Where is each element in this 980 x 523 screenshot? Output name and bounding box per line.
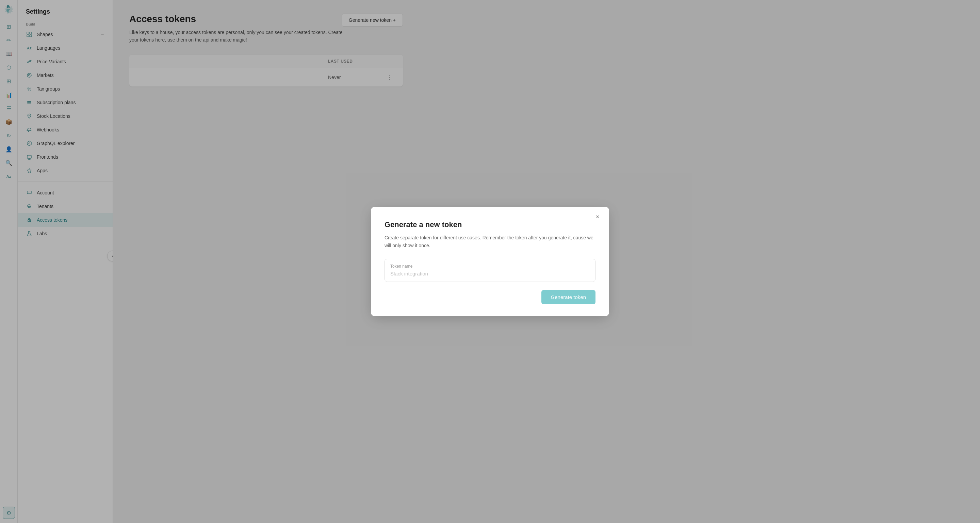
token-name-label: Token name	[390, 264, 590, 269]
modal-close-button[interactable]: ×	[593, 212, 602, 222]
token-name-field: Token name	[385, 259, 595, 282]
modal-actions: Generate token	[385, 290, 595, 304]
modal-description: Create separate token for different use …	[385, 234, 595, 249]
modal-overlay[interactable]: × Generate a new token Create separate t…	[0, 0, 980, 523]
token-name-input[interactable]	[390, 271, 590, 276]
generate-token-button[interactable]: Generate token	[541, 290, 595, 304]
modal-title: Generate a new token	[385, 220, 595, 229]
generate-token-modal: × Generate a new token Create separate t…	[371, 207, 609, 316]
